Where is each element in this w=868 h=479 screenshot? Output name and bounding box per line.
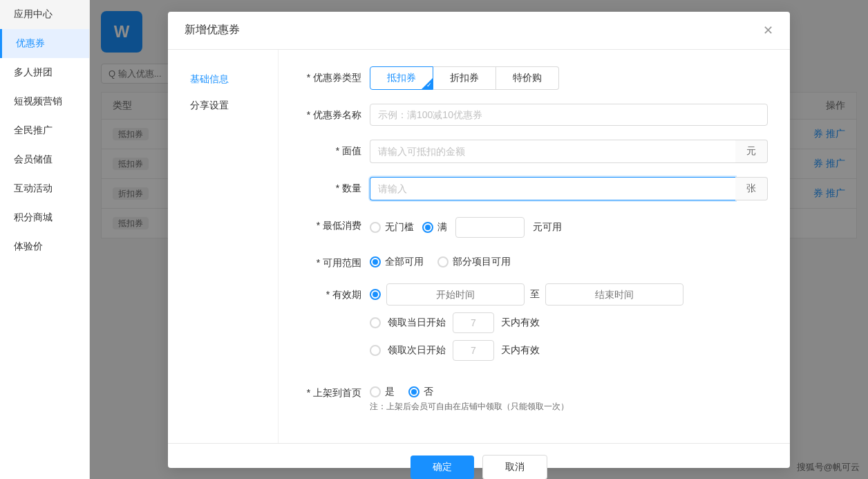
modal-footer: 确定 取消 (168, 443, 790, 480)
cancel-button[interactable]: 取消 (482, 455, 547, 480)
modal-dialog: 新增优惠券 ✕ 基础信息 分享设置 (168, 12, 790, 468)
form-row-face-value: * 面值 元 (301, 140, 768, 163)
shelf-no-option[interactable]: 否 (408, 386, 433, 398)
shelf-yes-radio[interactable] (370, 386, 381, 397)
modal-nav-basic-info[interactable]: 基础信息 (179, 66, 267, 93)
form-row-coupon-name: * 优惠券名称 (301, 104, 768, 126)
validity-option3-label: 领取次日开始 (388, 344, 446, 357)
min-consumption-suffix: 元可用 (533, 221, 562, 234)
sidebar: 应用中心 优惠券 多人拼团 短视频营销 全民推广 会员储值 互动活动 积分商城 … (0, 0, 90, 479)
quantity-input[interactable] (370, 177, 735, 200)
main-content: W 类型 操作 抵扣券 券 推广 抵扣券 券 推广 折扣券 券 推广 抵扣券 (90, 0, 868, 479)
shelf-yes-option[interactable]: 是 (370, 386, 395, 398)
modal-body: 基础信息 分享设置 * 优惠券类型 (168, 50, 790, 443)
usage-range-label: * 可用范围 (301, 252, 370, 270)
form-row-shelf: * 上架到首页 是 否 (301, 382, 768, 413)
sidebar-item-trial-price[interactable]: 体验价 (0, 232, 89, 261)
coupon-type-discount[interactable]: 折扣券 (433, 66, 496, 90)
usage-range-options: 全部可用 部分项目可用 (370, 252, 768, 268)
validity-date-radio[interactable] (370, 289, 381, 300)
sidebar-item-membership[interactable]: 会员储值 (0, 145, 89, 174)
partial-usable-option[interactable]: 部分项目可用 (437, 256, 511, 268)
form-row-quantity: * 数量 张 (301, 177, 768, 200)
no-threshold-option[interactable]: 无门槛 (370, 221, 414, 234)
shelf-label: * 上架到首页 (301, 382, 370, 400)
coupon-name-input[interactable] (370, 104, 768, 126)
shelf-note: 注：上架后会员可自由在店铺中领取（只能领取一次） (370, 401, 768, 413)
sidebar-item-app-center[interactable]: 应用中心 (0, 0, 89, 29)
sidebar-item-coupons[interactable]: 优惠券 (0, 29, 89, 58)
validity-option2-suffix: 天内有效 (501, 317, 540, 329)
min-amount-input[interactable] (455, 217, 525, 238)
shelf-options: 是 否 (370, 382, 768, 398)
face-value-group: 元 (370, 140, 768, 163)
min-consumption-options: 无门槛 满 元可用 (370, 214, 768, 238)
form-row-coupon-type: * 优惠券类型 抵扣券 ✓ 折扣券 (301, 66, 768, 90)
min-consumption-label: * 最低消费 (301, 214, 370, 232)
coupon-name-label: * 优惠券名称 (301, 104, 370, 122)
date-separator: 至 (530, 288, 540, 301)
face-value-label: * 面值 (301, 140, 370, 158)
validity-from-next-day-row: 领取次日开始 天内有效 (370, 340, 768, 361)
modal-nav: 基础信息 分享设置 (168, 50, 279, 443)
coupon-type-label: * 优惠券类型 (301, 66, 370, 84)
form-row-usage-range: * 可用范围 全部可用 部分项目可用 (301, 252, 768, 270)
end-date-input[interactable] (545, 283, 683, 306)
face-value-suffix: 元 (735, 140, 768, 163)
no-threshold-radio[interactable] (370, 222, 381, 233)
modal-header: 新增优惠券 ✕ (168, 12, 790, 50)
coupon-type-group: 抵扣券 ✓ 折扣券 特价购 (370, 66, 768, 90)
all-usable-radio[interactable] (370, 256, 381, 267)
validity-date-range-row: 至 (370, 283, 768, 306)
quantity-label: * 数量 (301, 177, 370, 195)
quantity-group: 张 (370, 177, 768, 200)
min-amount-radio[interactable] (422, 222, 433, 233)
validity-receive-day-radio[interactable] (370, 317, 381, 328)
shelf-no-radio[interactable] (408, 386, 419, 397)
modal-nav-share-settings[interactable]: 分享设置 (179, 93, 267, 119)
quantity-suffix: 张 (735, 177, 768, 200)
min-amount-option[interactable]: 满 (422, 221, 447, 234)
sidebar-item-promotion[interactable]: 全民推广 (0, 116, 89, 145)
modal-form: * 优惠券类型 抵扣券 ✓ 折扣券 (279, 50, 790, 443)
all-usable-option[interactable]: 全部可用 (370, 256, 424, 268)
face-value-input[interactable] (370, 140, 735, 163)
modal-close-button[interactable]: ✕ (763, 23, 773, 38)
sidebar-item-group-buy[interactable]: 多人拼团 (0, 58, 89, 87)
modal-title: 新增优惠券 (185, 23, 240, 37)
validity-days-input-1[interactable] (453, 312, 494, 333)
validity-days-input-2[interactable] (453, 340, 494, 361)
partial-usable-radio[interactable] (437, 256, 449, 267)
form-row-min-consumption: * 最低消费 无门槛 满 (301, 214, 768, 238)
sidebar-item-video-marketing[interactable]: 短视频营销 (0, 87, 89, 116)
coupon-type-deduction[interactable]: 抵扣券 ✓ (370, 66, 433, 90)
sidebar-item-activities[interactable]: 互动活动 (0, 174, 89, 203)
sidebar-item-points-mall[interactable]: 积分商城 (0, 203, 89, 232)
confirm-button[interactable]: 确定 (411, 455, 474, 479)
check-icon: ✓ (426, 82, 432, 88)
validity-option2-label: 领取当日开始 (388, 317, 446, 329)
validity-label: * 有效期 (301, 283, 370, 301)
validity-from-receive-row: 领取当日开始 天内有效 (370, 312, 768, 333)
validity-option3-suffix: 天内有效 (501, 344, 540, 357)
validity-next-day-radio[interactable] (370, 345, 381, 356)
form-row-validity: * 有效期 至 (301, 283, 768, 368)
coupon-type-special-price[interactable]: 特价购 (496, 66, 559, 90)
start-date-input[interactable] (386, 283, 525, 306)
